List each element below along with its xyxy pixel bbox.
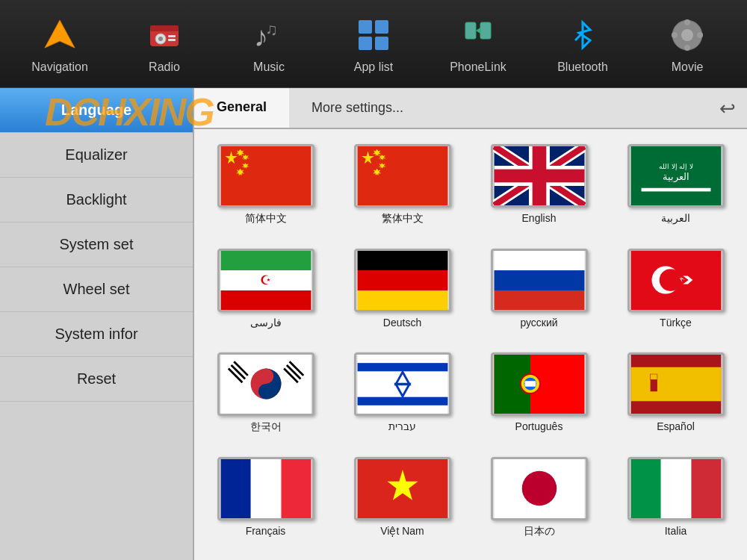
svg-rect-57 [494, 290, 584, 310]
svg-rect-47 [641, 188, 710, 192]
flag-germany [354, 249, 451, 312]
sidebar-item-backlight[interactable]: Backlight [0, 178, 193, 223]
nav-item-radio[interactable]: Radio [134, 14, 194, 74]
svg-rect-53 [357, 270, 447, 290]
svg-marker-15 [476, 28, 480, 34]
svg-point-4 [158, 37, 163, 41]
svg-point-21 [672, 32, 678, 38]
svg-rect-29 [357, 146, 447, 205]
lang-item-russian[interactable]: русский [475, 245, 603, 339]
language-grid: 简体中文 繁体中文 [194, 129, 747, 560]
svg-rect-84 [630, 367, 721, 401]
nav-item-navigation[interactable]: Navigation [30, 14, 90, 74]
lang-name-spanish: Español [657, 420, 695, 432]
svg-point-22 [697, 32, 703, 38]
svg-text:♫: ♫ [265, 20, 278, 39]
lang-name-simplified-chinese: 简体中文 [245, 212, 287, 225]
lang-item-deutsch[interactable]: Deutsch [338, 245, 466, 339]
right-panel: General More settings... ↩ [194, 88, 747, 560]
lang-name-farsi: فارسی [250, 317, 282, 329]
applist-icon [353, 14, 394, 56]
svg-rect-5 [168, 35, 176, 37]
svg-rect-23 [220, 146, 311, 205]
lang-name-japanese: 日本の [524, 525, 555, 538]
radio-icon [143, 14, 185, 56]
flag-france [217, 457, 314, 520]
flag-israel [354, 352, 451, 416]
svg-text:☪: ☪ [260, 273, 271, 287]
lang-item-english[interactable]: English [475, 140, 603, 236]
lang-item-farsi[interactable]: ☪ فارسی [202, 245, 329, 339]
svg-rect-52 [357, 251, 447, 270]
lang-item-japanese[interactable]: 日本の [475, 453, 603, 549]
flag-turkey [627, 249, 725, 312]
lang-item-traditional-chinese[interactable]: 繁体中文 [338, 140, 466, 236]
flag-portugal [491, 352, 588, 416]
nav-label-movie: Movie [672, 60, 704, 74]
phonelink-icon [457, 14, 499, 56]
flag-iran: ☪ [217, 249, 314, 312]
main-content-area: Language Equalizer Backlight System set … [0, 88, 747, 560]
svg-point-18 [681, 29, 693, 41]
lang-name-portuguese: Português [515, 420, 563, 432]
flag-italy [627, 457, 725, 520]
svg-rect-50 [220, 290, 311, 310]
svg-point-19 [684, 19, 690, 25]
tab-general[interactable]: General [194, 88, 289, 128]
svg-rect-14 [480, 22, 491, 39]
nav-item-applist[interactable]: App list [344, 14, 403, 74]
lang-name-traditional-chinese: 繁体中文 [382, 212, 424, 225]
svg-rect-56 [494, 270, 584, 290]
nav-item-movie[interactable]: Movie [657, 14, 717, 74]
flag-spain [627, 352, 725, 416]
svg-rect-48 [220, 251, 311, 270]
tab-more-settings[interactable]: More settings... [289, 88, 426, 128]
lang-item-italian[interactable]: Italia [612, 453, 740, 549]
settings-sidebar: Language Equalizer Backlight System set … [0, 88, 194, 560]
sidebar-item-system-set[interactable]: System set [0, 223, 193, 267]
lang-item-portuguese[interactable]: Português [475, 349, 603, 444]
nav-label-applist: App list [354, 60, 393, 74]
svg-rect-89 [220, 459, 250, 518]
svg-rect-96 [630, 459, 660, 518]
tab-bar: General More settings... ↩ [194, 88, 747, 129]
lang-item-vietnamese[interactable]: Việt Nam [338, 453, 466, 549]
flag-korea [217, 352, 314, 416]
lang-name-french: Français [246, 525, 286, 537]
svg-rect-12 [375, 37, 388, 50]
lang-item-hebrew[interactable]: עברית [338, 349, 466, 444]
movie-icon [666, 14, 708, 56]
top-navigation-bar: Navigation Radio ♪ ♫ Music [0, 0, 747, 88]
sidebar-item-system-infor[interactable]: System infor [0, 312, 193, 357]
svg-rect-55 [494, 251, 584, 270]
svg-rect-6 [168, 39, 176, 41]
nav-item-phonelink[interactable]: PhoneLink [448, 14, 508, 74]
lang-item-french[interactable]: Français [202, 453, 329, 549]
sidebar-item-reset[interactable]: Reset [0, 357, 193, 402]
sidebar-item-language[interactable]: Language [0, 88, 193, 133]
sidebar-item-equalizer[interactable]: Equalizer [0, 133, 193, 178]
lang-item-spanish[interactable]: Español [612, 349, 740, 444]
svg-marker-0 [45, 20, 75, 48]
svg-rect-10 [375, 20, 388, 34]
svg-rect-54 [357, 290, 447, 310]
nav-label-bluetooth: Bluetooth [557, 60, 608, 74]
flag-china [217, 144, 314, 208]
svg-rect-13 [465, 22, 476, 39]
lang-name-russian: русский [520, 317, 557, 329]
lang-item-simplified-chinese[interactable]: 简体中文 [202, 140, 329, 236]
svg-point-65 [258, 368, 273, 383]
nav-label-music: Music [253, 60, 285, 74]
svg-point-60 [659, 269, 681, 291]
lang-item-arabic[interactable]: العربية لا إله إلا الله العربية [612, 140, 740, 236]
lang-item-turkish[interactable]: Türkçe [612, 245, 740, 339]
sidebar-item-wheel-set[interactable]: Wheel set [0, 267, 193, 312]
lang-name-korean: 한국어 [250, 420, 282, 434]
back-button[interactable]: ↩ [719, 96, 736, 119]
nav-item-music[interactable]: ♪ ♫ Music [239, 14, 299, 74]
nav-item-bluetooth[interactable]: Bluetooth [553, 14, 613, 74]
svg-rect-2 [150, 25, 179, 31]
flag-vietnam [354, 457, 451, 520]
navigation-icon [39, 14, 81, 56]
lang-item-korean[interactable]: 한국어 [202, 349, 329, 444]
